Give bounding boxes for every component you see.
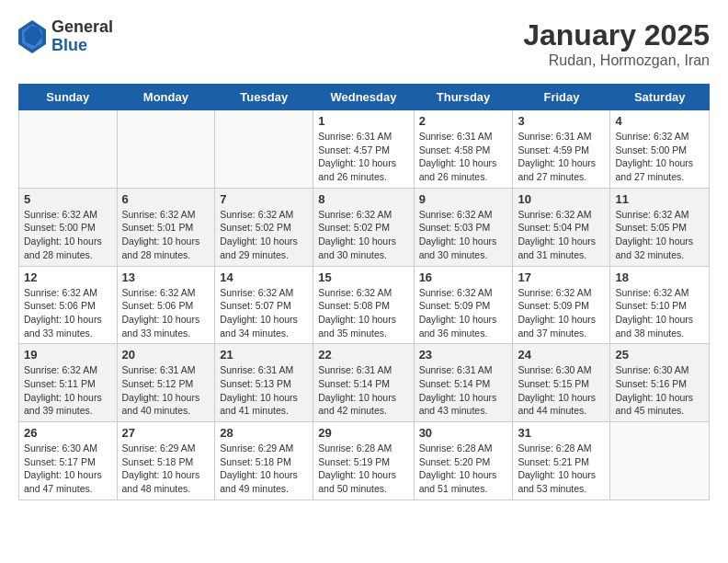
day-number: 29 (318, 426, 408, 440)
calendar-day-cell: 23Sunrise: 6:31 AM Sunset: 5:14 PM Dayli… (414, 344, 513, 422)
day-number: 8 (318, 192, 408, 206)
weekday-header-row: SundayMondayTuesdayWednesdayThursdayFrid… (19, 85, 710, 110)
calendar-day-cell: 16Sunrise: 6:32 AM Sunset: 5:09 PM Dayli… (414, 266, 513, 344)
calendar-day-cell: 18Sunrise: 6:32 AM Sunset: 5:10 PM Dayli… (610, 266, 710, 344)
day-info: Sunrise: 6:32 AM Sunset: 5:05 PM Dayligh… (615, 208, 704, 262)
calendar-day-cell: 24Sunrise: 6:30 AM Sunset: 5:15 PM Dayli… (513, 344, 610, 422)
calendar-day-cell: 15Sunrise: 6:32 AM Sunset: 5:08 PM Dayli… (313, 266, 414, 344)
calendar-day-cell: 6Sunrise: 6:32 AM Sunset: 5:01 PM Daylig… (117, 188, 215, 266)
day-info: Sunrise: 6:32 AM Sunset: 5:04 PM Dayligh… (518, 208, 605, 262)
calendar-day-cell: 30Sunrise: 6:28 AM Sunset: 5:20 PM Dayli… (414, 422, 513, 500)
calendar-day-cell (610, 422, 710, 500)
day-info: Sunrise: 6:28 AM Sunset: 5:21 PM Dayligh… (518, 442, 605, 496)
calendar-day-cell: 26Sunrise: 6:30 AM Sunset: 5:17 PM Dayli… (19, 422, 118, 500)
day-info: Sunrise: 6:32 AM Sunset: 5:01 PM Dayligh… (122, 208, 210, 262)
logo-blue: Blue (51, 37, 113, 55)
day-info: Sunrise: 6:29 AM Sunset: 5:18 PM Dayligh… (220, 442, 308, 496)
day-number: 16 (419, 270, 508, 284)
day-info: Sunrise: 6:32 AM Sunset: 5:00 PM Dayligh… (615, 130, 704, 184)
day-number: 6 (122, 192, 210, 206)
day-number: 20 (122, 348, 210, 362)
day-info: Sunrise: 6:32 AM Sunset: 5:03 PM Dayligh… (419, 208, 508, 262)
calendar-table: SundayMondayTuesdayWednesdayThursdayFrid… (18, 84, 710, 500)
day-info: Sunrise: 6:32 AM Sunset: 5:06 PM Dayligh… (122, 286, 210, 340)
day-info: Sunrise: 6:32 AM Sunset: 5:10 PM Dayligh… (615, 286, 704, 340)
day-number: 4 (615, 114, 704, 128)
weekday-header: Tuesday (215, 85, 313, 110)
title-block: January 2025 Rudan, Hormozgan, Iran (523, 18, 710, 69)
day-info: Sunrise: 6:31 AM Sunset: 4:59 PM Dayligh… (518, 130, 605, 184)
calendar-day-cell: 12Sunrise: 6:32 AM Sunset: 5:06 PM Dayli… (19, 266, 118, 344)
day-number: 18 (615, 270, 704, 284)
calendar-day-cell: 8Sunrise: 6:32 AM Sunset: 5:02 PM Daylig… (313, 188, 414, 266)
day-number: 13 (122, 270, 210, 284)
day-number: 31 (518, 426, 605, 440)
day-number: 26 (24, 426, 112, 440)
day-info: Sunrise: 6:32 AM Sunset: 5:06 PM Dayligh… (24, 286, 112, 340)
day-number: 10 (518, 192, 605, 206)
day-info: Sunrise: 6:32 AM Sunset: 5:09 PM Dayligh… (419, 286, 508, 340)
day-number: 30 (419, 426, 508, 440)
day-number: 17 (518, 270, 605, 284)
day-number: 9 (419, 192, 508, 206)
day-info: Sunrise: 6:31 AM Sunset: 5:12 PM Dayligh… (122, 363, 210, 418)
day-info: Sunrise: 6:31 AM Sunset: 5:13 PM Dayligh… (220, 363, 308, 418)
calendar-day-cell: 19Sunrise: 6:32 AM Sunset: 5:11 PM Dayli… (19, 344, 118, 422)
calendar-day-cell: 28Sunrise: 6:29 AM Sunset: 5:18 PM Dayli… (215, 422, 313, 500)
day-info: Sunrise: 6:32 AM Sunset: 5:02 PM Dayligh… (318, 208, 408, 262)
day-info: Sunrise: 6:28 AM Sunset: 5:19 PM Dayligh… (318, 442, 408, 496)
calendar-week-row: 19Sunrise: 6:32 AM Sunset: 5:11 PM Dayli… (19, 344, 710, 422)
calendar-day-cell: 20Sunrise: 6:31 AM Sunset: 5:12 PM Dayli… (117, 344, 215, 422)
day-number: 15 (318, 270, 408, 284)
weekday-header: Wednesday (313, 85, 414, 110)
day-info: Sunrise: 6:31 AM Sunset: 5:14 PM Dayligh… (419, 363, 508, 418)
weekday-header: Friday (513, 85, 610, 110)
weekday-header: Saturday (610, 85, 710, 110)
weekday-header: Monday (117, 85, 215, 110)
calendar-day-cell: 11Sunrise: 6:32 AM Sunset: 5:05 PM Dayli… (610, 188, 710, 266)
calendar-week-row: 12Sunrise: 6:32 AM Sunset: 5:06 PM Dayli… (19, 266, 710, 344)
day-number: 1 (318, 114, 408, 128)
day-number: 21 (220, 348, 308, 362)
calendar-day-cell: 2Sunrise: 6:31 AM Sunset: 4:58 PM Daylig… (414, 110, 513, 189)
day-number: 7 (220, 192, 308, 206)
calendar-week-row: 26Sunrise: 6:30 AM Sunset: 5:17 PM Dayli… (19, 422, 710, 500)
logo-icon (18, 20, 46, 53)
day-number: 12 (24, 270, 112, 284)
calendar-day-cell: 27Sunrise: 6:29 AM Sunset: 5:18 PM Dayli… (117, 422, 215, 500)
calendar-day-cell: 1Sunrise: 6:31 AM Sunset: 4:57 PM Daylig… (313, 110, 414, 189)
calendar-week-row: 5Sunrise: 6:32 AM Sunset: 5:00 PM Daylig… (19, 188, 710, 266)
calendar-day-cell: 17Sunrise: 6:32 AM Sunset: 5:09 PM Dayli… (513, 266, 610, 344)
day-info: Sunrise: 6:29 AM Sunset: 5:18 PM Dayligh… (122, 442, 210, 496)
calendar-day-cell: 4Sunrise: 6:32 AM Sunset: 5:00 PM Daylig… (610, 110, 710, 189)
day-number: 27 (122, 426, 210, 440)
day-info: Sunrise: 6:31 AM Sunset: 5:14 PM Dayligh… (318, 363, 408, 418)
day-number: 19 (24, 348, 112, 362)
day-info: Sunrise: 6:31 AM Sunset: 4:58 PM Dayligh… (419, 130, 508, 184)
logo: General Blue (18, 18, 113, 55)
day-info: Sunrise: 6:32 AM Sunset: 5:08 PM Dayligh… (318, 286, 408, 340)
calendar-day-cell: 13Sunrise: 6:32 AM Sunset: 5:06 PM Dayli… (117, 266, 215, 344)
calendar-day-cell (117, 110, 215, 189)
calendar-day-cell (19, 110, 118, 189)
day-info: Sunrise: 6:32 AM Sunset: 5:07 PM Dayligh… (220, 286, 308, 340)
day-number: 28 (220, 426, 308, 440)
calendar-location: Rudan, Hormozgan, Iran (523, 52, 710, 69)
calendar-week-row: 1Sunrise: 6:31 AM Sunset: 4:57 PM Daylig… (19, 110, 710, 189)
day-number: 2 (419, 114, 508, 128)
calendar-day-cell: 31Sunrise: 6:28 AM Sunset: 5:21 PM Dayli… (513, 422, 610, 500)
day-info: Sunrise: 6:30 AM Sunset: 5:15 PM Dayligh… (518, 363, 605, 418)
day-info: Sunrise: 6:32 AM Sunset: 5:02 PM Dayligh… (220, 208, 308, 262)
calendar-day-cell: 22Sunrise: 6:31 AM Sunset: 5:14 PM Dayli… (313, 344, 414, 422)
day-number: 23 (419, 348, 508, 362)
day-info: Sunrise: 6:31 AM Sunset: 4:57 PM Dayligh… (318, 130, 408, 184)
calendar-day-cell: 9Sunrise: 6:32 AM Sunset: 5:03 PM Daylig… (414, 188, 513, 266)
weekday-header: Sunday (19, 85, 118, 110)
calendar-day-cell: 14Sunrise: 6:32 AM Sunset: 5:07 PM Dayli… (215, 266, 313, 344)
logo-general: General (51, 18, 113, 37)
day-number: 14 (220, 270, 308, 284)
day-number: 22 (318, 348, 408, 362)
day-number: 25 (615, 348, 704, 362)
page-header: General Blue January 2025 Rudan, Hormozg… (18, 18, 710, 69)
calendar-day-cell: 21Sunrise: 6:31 AM Sunset: 5:13 PM Dayli… (215, 344, 313, 422)
